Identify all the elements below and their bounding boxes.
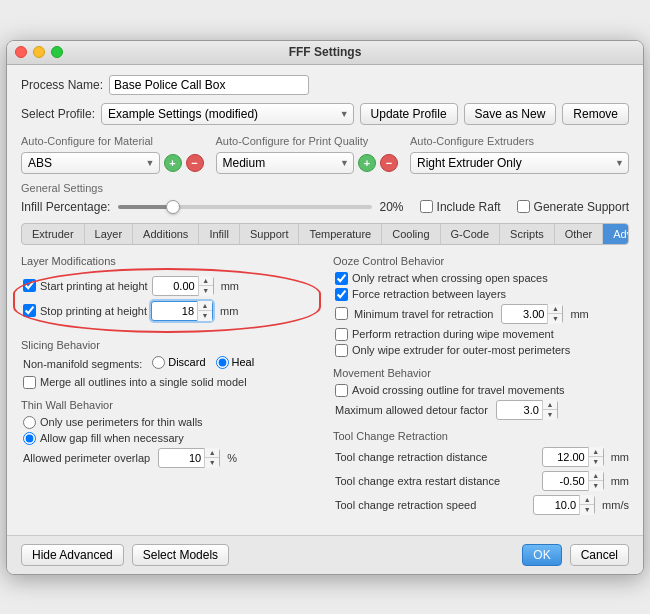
start-print-up[interactable]: ▲	[199, 276, 213, 287]
perimeter-overlap-row: Allowed perimeter overlap ▲ ▼ %	[21, 448, 317, 468]
only-retract-row: Only retract when crossing open spaces	[333, 272, 629, 285]
cancel-button[interactable]: Cancel	[570, 544, 629, 566]
material-remove-btn[interactable]: −	[186, 154, 204, 172]
infill-slider[interactable]	[118, 205, 371, 209]
restart-dist-up[interactable]: ▲	[589, 471, 603, 482]
retract-dist-down[interactable]: ▼	[589, 457, 603, 467]
include-raft-checkbox[interactable]	[420, 200, 433, 213]
material-label: Auto-Configure for Material	[21, 135, 204, 147]
stop-print-unit: mm	[220, 305, 238, 317]
movement-title: Movement Behavior	[333, 367, 629, 379]
max-detour-up[interactable]: ▲	[543, 400, 557, 411]
retract-speed-down[interactable]: ▼	[580, 505, 594, 515]
max-detour-down[interactable]: ▼	[543, 410, 557, 420]
stop-print-down[interactable]: ▼	[198, 311, 212, 321]
infill-value: 20%	[380, 200, 404, 214]
stop-print-up[interactable]: ▲	[198, 301, 212, 312]
extruder-select[interactable]: Right Extruder Only	[410, 152, 629, 174]
retract-dist-up[interactable]: ▲	[589, 447, 603, 458]
window-title: FFF Settings	[289, 45, 362, 59]
quality-remove-btn[interactable]: −	[380, 154, 398, 172]
retract-speed-unit: mm/s	[602, 499, 629, 511]
start-print-checkbox[interactable]	[23, 279, 36, 292]
restart-dist-label: Tool change extra restart distance	[335, 475, 538, 487]
perform-retract-row: Perform retraction during wipe movement	[333, 328, 629, 341]
tab-other[interactable]: Other	[555, 224, 604, 244]
restart-dist-down[interactable]: ▼	[589, 481, 603, 491]
force-retract-row: Force retraction between layers	[333, 288, 629, 301]
bottom-right-actions: OK Cancel	[522, 544, 629, 566]
tabs-bar: Extruder Layer Additions Infill Support …	[21, 223, 629, 245]
generate-support-checkbox[interactable]	[517, 200, 530, 213]
main-window: FFF Settings Process Name: Select Profil…	[6, 40, 644, 575]
tab-advanced[interactable]: Advanced	[603, 224, 629, 244]
restart-dist-row: Tool change extra restart distance ▲ ▼ m…	[333, 471, 629, 491]
titlebar: FFF Settings	[7, 41, 643, 65]
process-name-input[interactable]	[109, 75, 309, 95]
force-retract-checkbox[interactable]	[335, 288, 348, 301]
ok-button[interactable]: OK	[522, 544, 561, 566]
only-wipe-checkbox[interactable]	[335, 344, 348, 357]
min-travel-checkbox[interactable]	[335, 307, 348, 320]
avoid-crossing-label: Avoid crossing outline for travel moveme…	[352, 384, 565, 396]
tab-temperature[interactable]: Temperature	[299, 224, 382, 244]
discard-radio[interactable]	[152, 356, 165, 369]
start-print-down[interactable]: ▼	[199, 286, 213, 296]
start-print-input[interactable]	[153, 277, 198, 295]
save-as-button[interactable]: Save as New	[464, 103, 557, 125]
retract-speed-up[interactable]: ▲	[580, 495, 594, 506]
remove-button[interactable]: Remove	[562, 103, 629, 125]
maximize-button[interactable]	[51, 46, 63, 58]
material-select[interactable]: ABS	[21, 152, 160, 174]
merge-outlines-checkbox[interactable]	[23, 376, 36, 389]
tab-additions[interactable]: Additions	[133, 224, 199, 244]
min-travel-up[interactable]: ▲	[548, 304, 562, 315]
stop-print-input-wrapper: ▲ ▼	[151, 301, 213, 321]
perimeter-down[interactable]: ▼	[205, 458, 219, 468]
slicing-behavior-section: Slicing Behavior Non-manifold segments: …	[21, 339, 317, 389]
start-print-row: Start printing at height ▲ ▼ mm	[21, 276, 317, 296]
material-add-btn[interactable]: +	[164, 154, 182, 172]
extruder-label: Auto-Configure Extruders	[410, 135, 629, 147]
close-button[interactable]	[15, 46, 27, 58]
start-print-unit: mm	[221, 280, 239, 292]
retract-speed-input[interactable]	[534, 496, 579, 514]
tab-infill[interactable]: Infill	[199, 224, 240, 244]
thin-wall-gap-radio[interactable]	[23, 432, 36, 445]
perimeter-overlap-input[interactable]	[159, 449, 204, 467]
tab-gcode[interactable]: G-Code	[441, 224, 501, 244]
tab-cooling[interactable]: Cooling	[382, 224, 440, 244]
minimize-button[interactable]	[33, 46, 45, 58]
hide-advanced-button[interactable]: Hide Advanced	[21, 544, 124, 566]
quality-add-btn[interactable]: +	[358, 154, 376, 172]
retract-dist-row: Tool change retraction distance ▲ ▼ mm	[333, 447, 629, 467]
min-travel-down[interactable]: ▼	[548, 314, 562, 324]
restart-dist-input[interactable]	[543, 472, 588, 490]
tool-change-section: Tool Change Retraction Tool change retra…	[333, 430, 629, 515]
max-detour-input[interactable]	[497, 401, 542, 419]
only-retract-label: Only retract when crossing open spaces	[352, 272, 548, 284]
avoid-crossing-checkbox[interactable]	[335, 384, 348, 397]
only-retract-checkbox[interactable]	[335, 272, 348, 285]
select-models-button[interactable]: Select Models	[132, 544, 229, 566]
perform-retract-checkbox[interactable]	[335, 328, 348, 341]
retract-dist-input[interactable]	[543, 448, 588, 466]
heal-radio[interactable]	[216, 356, 229, 369]
quality-select[interactable]: Medium	[216, 152, 355, 174]
thin-wall-only-radio[interactable]	[23, 416, 36, 429]
min-travel-input[interactable]	[502, 305, 547, 323]
material-select-wrapper: ABS ▼	[21, 152, 160, 174]
tab-layer[interactable]: Layer	[85, 224, 134, 244]
stop-print-spinners: ▲ ▼	[197, 301, 212, 321]
perimeter-up[interactable]: ▲	[205, 448, 219, 459]
update-profile-button[interactable]: Update Profile	[360, 103, 458, 125]
tab-scripts[interactable]: Scripts	[500, 224, 555, 244]
tab-extruder[interactable]: Extruder	[22, 224, 85, 244]
tab-support[interactable]: Support	[240, 224, 300, 244]
traffic-lights	[15, 46, 63, 58]
thin-wall-only-label: Only use perimeters for thin walls	[40, 416, 203, 428]
profile-select[interactable]: Example Settings (modified)	[101, 103, 354, 125]
stop-print-checkbox[interactable]	[23, 304, 36, 317]
stop-print-input[interactable]	[152, 302, 197, 320]
bottom-left-actions: Hide Advanced Select Models	[21, 544, 229, 566]
